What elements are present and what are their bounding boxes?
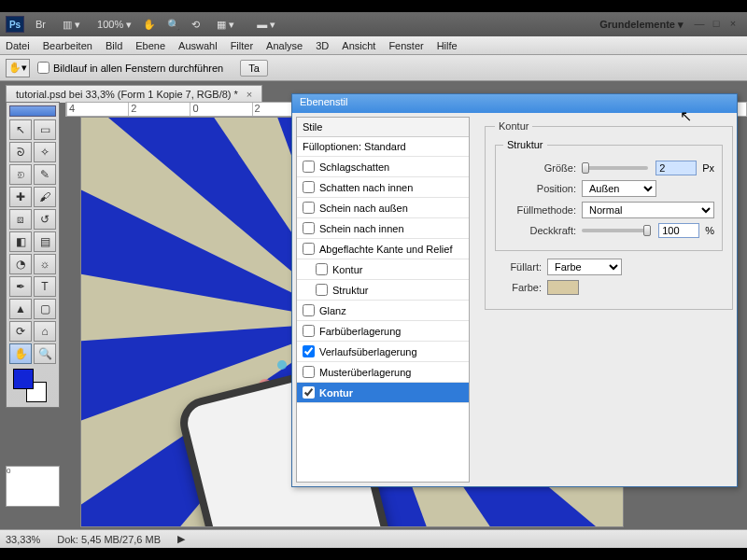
style-row-checkbox[interactable] (303, 202, 315, 214)
zoom-tool-icon[interactable]: 🔍 (34, 343, 56, 364)
type-tool-icon[interactable]: T (34, 276, 56, 297)
kontur-group-label: Kontur (495, 120, 532, 132)
style-row[interactable]: Struktur (297, 280, 469, 301)
stroke-color-swatch[interactable] (547, 280, 579, 295)
style-row-checkbox[interactable] (303, 181, 315, 193)
style-row[interactable]: Abgeflachte Kante und Relief (297, 239, 469, 259)
close-icon[interactable]: × (726, 18, 740, 31)
menu-analyse[interactable]: Analyse (266, 40, 303, 51)
minimize-icon[interactable]: — (693, 18, 706, 31)
scroll-all-checkbox[interactable]: Bildlauf in allen Fenstern durchführen (37, 62, 223, 74)
status-arrow-icon[interactable]: ▶ (177, 533, 185, 545)
br-icon[interactable]: Br (35, 19, 46, 30)
screen-mode2-menu[interactable]: ▬ ▾ (251, 17, 281, 33)
arrange-docs-menu[interactable]: ▦ ▾ (211, 17, 240, 33)
menu-filter[interactable]: Filter (231, 40, 253, 51)
wand-tool-icon[interactable]: ✧ (34, 142, 56, 162)
blur-tool-icon[interactable]: ◔ (9, 254, 32, 274)
screen-mode-menu[interactable]: ▥ ▾ (57, 17, 86, 33)
gradient-tool-icon[interactable]: ▤ (34, 231, 56, 252)
hand-tool-icon[interactable]: ✋ (9, 343, 32, 364)
size-input[interactable] (655, 161, 697, 175)
hand-tool-icon[interactable]: ✋ (143, 19, 156, 31)
style-row-checkbox[interactable] (303, 161, 315, 173)
style-row[interactable]: Schatten nach innen (297, 177, 469, 198)
style-row[interactable]: Schlagschatten (297, 157, 469, 177)
style-row-label: Schein nach innen (319, 223, 404, 234)
style-row[interactable]: Kontur (297, 383, 469, 403)
style-row-checkbox[interactable] (303, 304, 315, 316)
workspace-switcher[interactable]: Grundelemente ▾ (592, 17, 691, 33)
status-doc-size: Dok: 5,45 MB/27,6 MB (57, 534, 161, 545)
brush-tool-icon[interactable]: 🖌 (34, 187, 56, 207)
fill-options-row[interactable]: Fülloptionen: Standard (297, 137, 469, 157)
menu-datei[interactable]: Datei (6, 40, 30, 51)
color-swatches[interactable] (9, 367, 56, 404)
style-row[interactable]: Schein nach innen (297, 218, 469, 239)
dodge-tool-icon[interactable]: ☼ (34, 254, 56, 274)
path-select-icon[interactable]: ▲ (9, 299, 32, 319)
opacity-input[interactable] (658, 223, 699, 238)
style-row-checkbox[interactable] (303, 325, 315, 337)
toolbox-header[interactable] (9, 105, 56, 117)
zoom-tool-icon[interactable]: 🔍 (167, 19, 180, 31)
style-row-checkbox[interactable] (316, 284, 328, 296)
size-slider[interactable] (582, 166, 648, 170)
eraser-tool-icon[interactable]: ◧ (9, 231, 32, 252)
style-row[interactable]: Musterüberlagerung (297, 362, 469, 383)
menu-bearbeiten[interactable]: Bearbeiten (43, 40, 92, 51)
menu-hilfe[interactable]: Hilfe (437, 40, 458, 51)
pen-tool-icon[interactable]: ✒ (9, 276, 32, 297)
style-row[interactable]: Verlaufsüberlagerung (297, 342, 469, 362)
style-row-checkbox[interactable] (303, 222, 315, 234)
style-row[interactable]: Schein nach außen (297, 198, 469, 218)
style-row-checkbox[interactable] (316, 263, 328, 275)
eyedropper-tool-icon[interactable]: ✎ (34, 164, 56, 185)
menu-fenster[interactable]: Fenster (388, 40, 423, 51)
style-row[interactable]: Glanz (297, 301, 469, 321)
style-row-checkbox[interactable] (303, 345, 315, 357)
3d-tool-icon[interactable]: ⟳ (9, 321, 32, 342)
history-brush-icon[interactable]: ↺ (34, 209, 56, 230)
style-row-checkbox[interactable] (303, 386, 315, 399)
heal-tool-icon[interactable]: ✚ (9, 187, 32, 207)
style-list-header[interactable]: Stile (297, 118, 469, 137)
maximize-icon[interactable]: □ (710, 18, 723, 31)
style-row-checkbox[interactable] (303, 243, 315, 255)
style-row[interactable]: Farbüberlagerung (297, 321, 469, 342)
shape-tool-icon[interactable]: ▢ (34, 299, 56, 319)
stamp-tool-icon[interactable]: ⧇ (9, 209, 32, 230)
main-menubar: Datei Bearbeiten Bild Ebene Auswahl Filt… (0, 36, 747, 55)
blend-mode-select[interactable]: Normal (582, 202, 714, 218)
move-tool-icon[interactable]: ↖ (9, 119, 32, 140)
document-tab-close-icon[interactable]: × (247, 89, 252, 100)
position-select[interactable]: Außen (582, 180, 656, 197)
crop-tool-icon[interactable]: ⟄ (9, 164, 32, 185)
rotate-view-icon[interactable]: ⟲ (191, 19, 200, 31)
style-row-label: Verlaufsüberlagerung (319, 346, 417, 357)
style-row-label: Farbüberlagerung (319, 326, 401, 337)
blend-label: Füllmethode: (503, 204, 576, 216)
style-row-label: Schein nach außen (319, 203, 408, 214)
current-tool-icon[interactable]: ✋▾ (6, 59, 30, 77)
filltype-select[interactable]: Farbe (547, 259, 622, 275)
marquee-tool-icon[interactable]: ▭ (34, 119, 56, 140)
menu-ebene[interactable]: Ebene (135, 40, 165, 51)
menu-bild[interactable]: Bild (106, 40, 122, 51)
opacity-slider[interactable] (582, 229, 651, 232)
fit-screen-button[interactable]: Ta (240, 60, 268, 77)
size-label: Größe: (503, 162, 576, 174)
menu-auswahl[interactable]: Auswahl (178, 40, 218, 51)
style-row-checkbox[interactable] (303, 366, 315, 378)
lasso-tool-icon[interactable]: ᘐ (9, 142, 32, 162)
menu-3d[interactable]: 3D (316, 40, 329, 51)
menu-ansicht[interactable]: Ansicht (342, 40, 375, 51)
style-row[interactable]: Kontur (297, 259, 469, 280)
3d-cam-icon[interactable]: ⌂ (34, 321, 56, 342)
style-row-label: Abgeflachte Kante und Relief (319, 244, 453, 255)
zoom-level[interactable]: 100% ▾ (97, 19, 132, 31)
status-zoom[interactable]: 33,33% (6, 534, 40, 545)
document-tab[interactable]: tutorial.psd bei 33,3% (Form 1 Kopie 7, … (6, 85, 262, 103)
dialog-titlebar[interactable]: Ebenenstil (292, 94, 737, 113)
foreground-color-swatch[interactable] (13, 369, 34, 389)
